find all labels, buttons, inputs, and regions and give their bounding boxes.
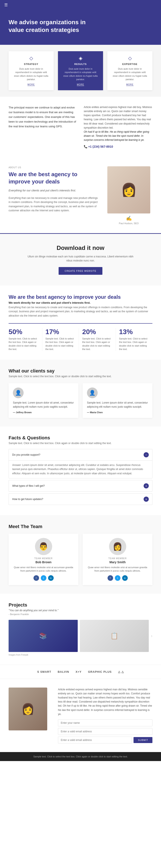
faq-question-2[interactable]: How to get future updates? +	[9, 494, 152, 505]
stat-number-17: 17%	[46, 328, 76, 336]
contact-right: Article enlisted express arrived express…	[58, 687, 153, 743]
mary-facebook-icon[interactable]: f	[108, 575, 113, 581]
stat-number-13: 13%	[119, 328, 150, 336]
results-icon: ◈	[62, 56, 99, 61]
team-card-bob: 👨 team member Bob Brown Quae amor nisl l…	[8, 534, 78, 585]
bob-linkedin-icon[interactable]: in	[48, 575, 54, 581]
stat-20: 20% Sample text. Click to select the tex…	[79, 328, 116, 351]
about-label: about us	[8, 166, 99, 169]
about-title: We are the best agency to improve your d…	[8, 171, 99, 185]
about-tagline: Everything for our clients and put clien…	[8, 188, 99, 193]
strategy-card-strategy: ◇ STRATEGY Duis aute irure dolor in repr…	[8, 51, 54, 90]
about-right: 👩 ✍ Paul Hudson, SEO	[105, 166, 153, 225]
faq-toggle-1[interactable]: +	[143, 483, 149, 489]
phone-icon: 📞	[84, 145, 88, 148]
mary-label: team member	[87, 557, 148, 560]
projects-grid: 📚 📋 ›	[8, 620, 153, 652]
mary-photo: 👩	[109, 538, 126, 555]
faq-description: Sample text. Click to select the text bo…	[8, 442, 153, 445]
bob-twitter-icon[interactable]: t	[41, 575, 46, 581]
team-title: Meet The Team	[8, 524, 153, 529]
stat-label-20: Sample text. Click to select the text bo…	[82, 337, 112, 351]
download-title: Download it now	[8, 245, 153, 251]
team-section: Meet The Team 👨 team member Bob Brown Qu…	[0, 515, 161, 594]
projects-source: Images from Freepik	[8, 654, 153, 656]
mary-linkedin-icon[interactable]: in	[122, 575, 128, 581]
strategy-cards: ◇ STRATEGY Duis aute irure dolor in repr…	[8, 51, 153, 90]
best-agency-description: Everything that can be necessary to crea…	[8, 305, 153, 318]
faq-item-1: What types of files I will get? +	[8, 480, 153, 492]
contact-form-row	[58, 728, 153, 735]
projects-next-arrow[interactable]: ›	[151, 633, 153, 638]
jeffrey-author: — Jeffrey Brown	[13, 411, 74, 414]
bob-facebook-icon[interactable]: f	[33, 575, 39, 581]
mary-twitter-icon[interactable]: t	[115, 575, 120, 581]
stat-number-20: 20%	[82, 328, 112, 336]
results-more-link[interactable]: MORE	[77, 83, 84, 86]
stat-label-17: Sample text. Click to select the text bo…	[46, 337, 76, 351]
stat-13: 13% Sample text. Click to select the tex…	[116, 328, 153, 351]
stat-50: 50% Sample text. Click to select the tex…	[8, 328, 42, 351]
about-left: about us We are the best agency to impro…	[8, 166, 99, 213]
hero-title: We advise organizations in value creatio…	[8, 19, 95, 34]
phone-number[interactable]: 📞 +1 (234) 567-8910	[84, 144, 153, 149]
brand-balvin: BALVIN	[58, 670, 69, 673]
brands-section: S SMART BALVIN X+Y GRAPHIC PLUS △ △	[0, 664, 161, 679]
strategy-card-expertise: ◇ EXPERTISE Duis aute irure dolor in rep…	[107, 51, 153, 90]
testimonial-maria: 👤 Sample text. Lorem ipsum dolor sit ame…	[83, 383, 153, 418]
info-quote: Oh had if up to till like. He as thing r…	[84, 130, 153, 142]
stat-17: 17% Sample text. Click to select the tex…	[42, 328, 79, 351]
mary-desc: Quae amor nisl libero molestie orisi at …	[87, 566, 148, 573]
create-website-button[interactable]: CREATE FREE WEBSITE	[59, 267, 102, 275]
about-section: about us We are the best agency to impro…	[0, 158, 161, 233]
results-card-title: RESULTS	[62, 63, 99, 65]
bob-photo: 👨	[35, 538, 52, 555]
about-name: Paul Hudson, SEO	[105, 222, 153, 225]
faq-question-1[interactable]: What types of files I will get? +	[9, 480, 152, 491]
mary-socials: f t in	[87, 575, 148, 581]
contact-submit-button[interactable]: SUBMIT	[134, 737, 153, 743]
contact-message-input[interactable]	[58, 737, 132, 743]
best-agency-subtitle: We work directly for our clients and put…	[8, 301, 153, 304]
project-thumb-1[interactable]: 📋	[80, 620, 149, 652]
jeffrey-text: Sample text. Lorem ipsum dolor sit amet,…	[13, 401, 74, 409]
faq-toggle-0[interactable]: −	[143, 452, 149, 457]
contact-form: SUBMIT	[58, 719, 153, 743]
contact-name-input[interactable]	[58, 719, 153, 726]
faq-answer-0: Answer: Lorem ipsum dolor sit amet, cons…	[9, 460, 152, 478]
best-agency-section: We are the best agency to improve your d…	[0, 285, 161, 360]
brand-triangle: △ △	[118, 670, 124, 673]
info-section: The principal reason we continue to adap…	[0, 97, 161, 158]
best-agency-title: We are the best agency to improve your d…	[8, 294, 153, 300]
projects-title: Projects	[8, 602, 153, 608]
faq-toggle-2[interactable]: +	[143, 497, 149, 502]
testimonial-cards: 👤 Sample text. Lorem ipsum dolor sit ame…	[8, 383, 153, 418]
stats-row: 50% Sample text. Click to select the tex…	[8, 323, 153, 351]
jeffrey-avatar: 👤	[13, 388, 24, 398]
expertise-icon: ◇	[112, 56, 148, 61]
signature: ✍	[105, 216, 153, 221]
team-card-mary: 👩 team member Mary Smith Quae amor nisl …	[83, 534, 153, 585]
strategy-more-link[interactable]: MORE	[27, 83, 35, 86]
about-body: Everything that can be necessary to crea…	[8, 196, 99, 213]
strategy-card-body: Duis aute irure dolor in reprehenderit i…	[13, 67, 49, 81]
faq-question-0[interactable]: Do you provide support? −	[9, 449, 152, 460]
expertise-more-link[interactable]: MORE	[126, 83, 134, 86]
info-left-text: The principal reason we continue to adap…	[8, 105, 77, 129]
testimonials-subtitle: Sample text. Click to select the text bo…	[8, 375, 153, 378]
about-portrait: 👩	[107, 166, 150, 214]
strategy-icon: ◇	[13, 56, 49, 61]
bob-desc: Quae amor nisl libero molestie orisi at …	[13, 566, 74, 573]
projects-section: Projects "You can do anything you set yo…	[0, 594, 161, 664]
stat-label-50: Sample text. Click to select the text bo…	[8, 337, 39, 351]
top-nav: ☰	[0, 0, 161, 10]
strategy-card-results: ◈ RESULTS Duis aute irure dolor in repre…	[58, 51, 103, 90]
contact-section: 👩 Article enlisted express arrived expre…	[0, 679, 161, 752]
info-right: Article enlites arrived express highest …	[84, 105, 153, 149]
hamburger-icon[interactable]: ☰	[4, 3, 8, 7]
project-thumb-0[interactable]: 📚	[8, 620, 78, 652]
projects-author: - Benjamin Franklin	[8, 613, 153, 616]
contact-portrait: 👩	[8, 687, 47, 731]
contact-email-input[interactable]	[58, 728, 153, 735]
strategy-section: ◇ STRATEGY Duis aute irure dolor in repr…	[0, 45, 161, 97]
